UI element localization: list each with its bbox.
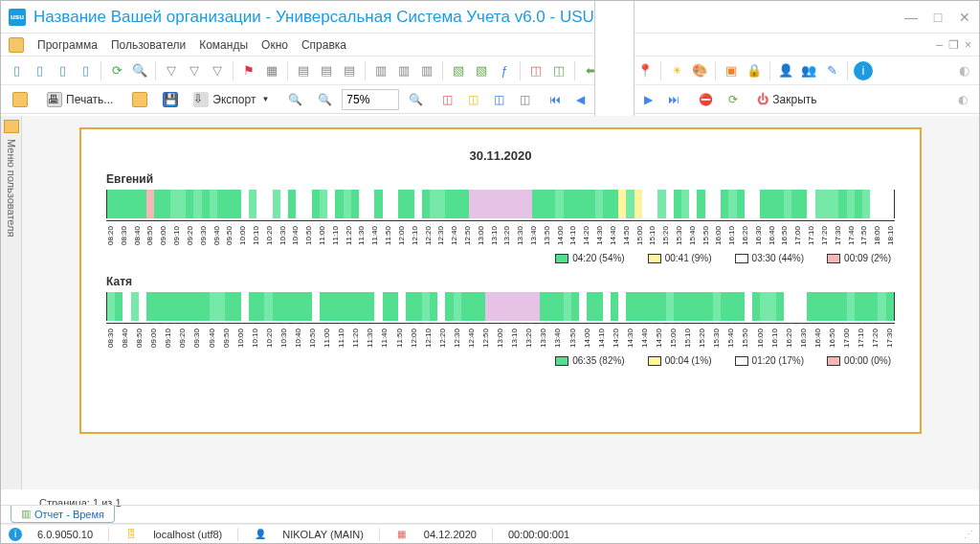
export-button[interactable]: ⇩Экспорт▼ <box>188 89 275 110</box>
report-canvas[interactable]: 30.11.2020 Евгений 08:2008:3008:4008:500… <box>22 116 979 489</box>
user-icon[interactable]: 👤 <box>776 61 795 80</box>
mdi-minimize-icon[interactable]: – <box>936 38 943 52</box>
grid-icon[interactable]: ▤ <box>340 61 359 80</box>
window-icon[interactable]: ◫ <box>526 61 546 80</box>
main-toolbar: ▯ ▯ ▯ ▯ ⟳ 🔍 ▽ ▽ ▽ ⚑ ▦ ▤ ▤ ▤ ▥ ▥ ▥ ▧ ▧ ƒ … <box>1 57 979 85</box>
stop-icon[interactable]: ⛔ <box>693 89 719 110</box>
fx-icon[interactable]: ƒ <box>495 61 514 80</box>
activity-bar <box>106 292 895 321</box>
window-title: Название Вашей организации - Универсальн… <box>33 8 615 27</box>
menu-icon[interactable] <box>9 37 24 53</box>
grid-icon[interactable]: ▥ <box>394 61 413 80</box>
db-icon: 🗄 <box>124 528 138 541</box>
legend: 06:35 (82%)00:04 (1%)01:20 (17%)00:00 (0… <box>100 355 891 366</box>
menu-item[interactable]: Команды <box>199 38 248 52</box>
close-report-button[interactable]: ⏻ Закрыть <box>751 89 822 110</box>
app-logo-icon: usu <box>9 9 26 26</box>
next-page-icon[interactable]: ▶ <box>638 89 658 110</box>
maximize-icon[interactable]: □ <box>931 10 945 25</box>
menu-item[interactable]: Программа <box>37 38 98 52</box>
titlebar: usu Название Вашей организации - Универс… <box>1 1 979 34</box>
refresh-icon[interactable]: ⟳ <box>723 89 744 110</box>
menubar: Программа Пользователи Команды Окно Спра… <box>1 34 979 57</box>
tool-icon[interactable]: ▯ <box>30 61 49 80</box>
host-label: localhost (utf8) <box>153 529 222 540</box>
user-name: Евгений <box>106 172 901 186</box>
mdi-restore-icon[interactable]: ❐ <box>948 38 959 52</box>
window-icon[interactable]: ◫ <box>549 61 568 80</box>
first-page-icon[interactable]: ⏮ <box>544 89 567 110</box>
menu-item[interactable]: Окно <box>261 38 288 52</box>
folder-icon[interactable] <box>7 89 33 110</box>
tool-icon[interactable]: ▯ <box>53 61 72 80</box>
filter-icon[interactable]: ▽ <box>162 61 181 80</box>
info-icon[interactable]: i <box>854 61 873 80</box>
layout-icon[interactable]: ◫ <box>488 89 510 110</box>
grid-icon[interactable]: ▥ <box>371 61 390 80</box>
zoom-in-icon[interactable]: 🔍 <box>403 89 429 110</box>
filter-icon[interactable]: ▽ <box>208 61 227 80</box>
lock-icon[interactable]: 🔒 <box>745 61 764 80</box>
user-icon: 👤 <box>254 528 267 541</box>
zoom-reset-icon[interactable]: 🔍 <box>312 89 338 110</box>
tool-icon[interactable]: ▯ <box>76 61 95 80</box>
folder-icon <box>4 120 19 133</box>
report-page: 30.11.2020 Евгений 08:2008:3008:4008:500… <box>79 127 922 434</box>
help-icon[interactable]: ◐ <box>954 61 973 80</box>
tool-icon[interactable]: ▯ <box>7 61 26 80</box>
mdi-close-icon[interactable]: × <box>965 38 971 52</box>
tool-icon[interactable]: ▦ <box>262 61 281 80</box>
open-icon[interactable] <box>126 89 153 110</box>
gear-icon[interactable]: ✴ <box>667 61 686 80</box>
report-date: 30.11.2020 <box>100 148 901 163</box>
rss-icon[interactable]: ▣ <box>722 61 741 80</box>
filter-icon[interactable]: ▽ <box>185 61 204 80</box>
statusbar: i 6.0.9050.10 🗄 localhost (utf8) 👤 NIKOL… <box>1 524 979 543</box>
layout-icon[interactable]: ◫ <box>514 89 536 110</box>
wand-icon[interactable]: ✎ <box>822 61 841 80</box>
tab-label: Отчет - Время <box>34 509 104 520</box>
refresh-icon[interactable]: ⟳ <box>107 61 126 80</box>
image-icon[interactable]: ▧ <box>449 61 468 80</box>
flag-icon[interactable]: ⚑ <box>239 61 258 80</box>
user-menu-sidebar[interactable]: Меню пользователя <box>1 116 22 489</box>
info-icon[interactable]: i <box>9 528 22 541</box>
menu-item[interactable]: Справка <box>301 38 346 52</box>
pin-icon[interactable]: 📍 <box>635 61 655 80</box>
layout-icon[interactable]: ◫ <box>436 89 458 110</box>
time-axis: 08:3008:4008:5009:0009:1009:2009:3009:40… <box>106 323 895 350</box>
help-icon[interactable]: ◐ <box>952 89 973 110</box>
palette-icon[interactable]: 🎨 <box>690 61 709 80</box>
tab-report-time[interactable]: ▥ Отчет - Время <box>11 506 115 523</box>
calendar-icon: ▦ <box>395 528 409 541</box>
version-label: 6.0.9050.10 <box>37 529 93 540</box>
workspace: Меню пользователя 30.11.2020 Евгений 08:… <box>1 116 979 489</box>
search-icon[interactable]: 🔍 <box>130 61 149 80</box>
grid-icon[interactable]: ▤ <box>294 61 313 80</box>
close-icon[interactable]: ✕ <box>958 10 971 25</box>
menu-item[interactable]: Пользователи <box>111 38 186 52</box>
user-label: NIKOLAY (MAIN) <box>282 529 364 540</box>
print-button[interactable]: 🖶Печать... <box>41 89 119 110</box>
resize-grip-icon[interactable]: ⋰ <box>964 529 971 539</box>
grid-icon[interactable]: ▥ <box>417 61 436 80</box>
user-name: Катя <box>106 275 901 288</box>
timer-label: 00:00:00:001 <box>508 529 569 540</box>
zoom-out-icon[interactable]: 🔍 <box>282 89 308 110</box>
users-icon[interactable]: 👥 <box>799 61 818 80</box>
activity-bar <box>106 190 895 218</box>
report-toolbar: 🖶Печать... 💾 ⇩Экспорт▼ 🔍 🔍 🔍 ◫ ◫ ◫ ◫ ⏮ ◀… <box>1 85 979 114</box>
sidebar-label: Меню пользователя <box>6 139 17 237</box>
legend: 04:20 (54%)00:41 (9%)03:30 (44%)00:09 (2… <box>100 253 891 263</box>
report-icon: ▥ <box>21 508 31 520</box>
tabbar: ▥ Отчет - Время <box>1 505 979 524</box>
image-icon[interactable]: ▧ <box>472 61 491 80</box>
prev-page-icon[interactable]: ◀ <box>570 89 590 110</box>
date-label: 04.12.2020 <box>424 529 477 540</box>
last-page-icon[interactable]: ⏭ <box>662 89 685 110</box>
grid-icon[interactable]: ▤ <box>317 61 336 80</box>
minimize-icon[interactable]: — <box>904 10 918 25</box>
zoom-input[interactable] <box>342 89 399 110</box>
save-icon[interactable]: 💾 <box>157 89 184 110</box>
layout-icon[interactable]: ◫ <box>462 89 484 110</box>
